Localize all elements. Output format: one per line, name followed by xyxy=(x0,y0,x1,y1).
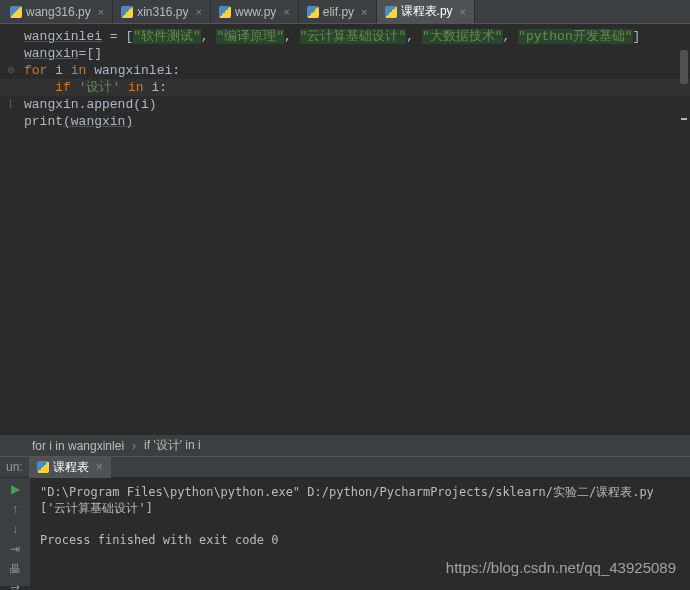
scroll-up-icon[interactable]: ↑ xyxy=(7,502,23,516)
tab-label: www.py xyxy=(235,5,276,19)
run-panel-header: un: 课程表 × xyxy=(0,456,690,478)
console-output[interactable]: "D:\Program Files\python\python.exe" D:/… xyxy=(30,478,690,586)
python-icon xyxy=(219,6,231,18)
soft-wrap-icon[interactable]: ⇥ xyxy=(7,542,23,556)
fold-end-icon[interactable]: ⌊ xyxy=(8,96,14,113)
tab-www[interactable]: www.py × xyxy=(211,0,299,23)
caret-marker xyxy=(681,118,687,120)
run-tab[interactable]: 课程表 × xyxy=(29,457,111,478)
python-icon xyxy=(307,6,319,18)
close-icon[interactable]: × xyxy=(283,6,289,18)
python-icon xyxy=(385,6,397,18)
scroll-down-icon[interactable]: ↓ xyxy=(7,522,23,536)
tab-label: 课程表.py xyxy=(401,3,453,20)
code-editor[interactable]: wangxinlei = ["软件测试", "编译原理", "云计算基础设计",… xyxy=(0,24,690,434)
close-icon[interactable]: × xyxy=(98,6,104,18)
scrollbar[interactable] xyxy=(680,50,688,330)
tab-xin316[interactable]: xin316.py × xyxy=(113,0,211,23)
tab-label: wang316.py xyxy=(26,5,91,19)
fold-icon[interactable]: ⊖ xyxy=(8,62,14,79)
code-line: if '设计' in i: xyxy=(0,79,690,96)
close-icon[interactable]: × xyxy=(460,6,466,18)
close-icon[interactable]: × xyxy=(96,460,103,474)
code-line: wangxin=[] xyxy=(24,45,682,62)
chevron-right-icon: › xyxy=(132,439,136,453)
run-label: un: xyxy=(6,460,23,474)
rerun-icon[interactable]: ▶ xyxy=(7,482,23,496)
tab-label: xin316.py xyxy=(137,5,188,19)
tab-elif[interactable]: elif.py × xyxy=(299,0,377,23)
tab-label: elif.py xyxy=(323,5,354,19)
tab-kebiao[interactable]: 课程表.py × xyxy=(377,0,475,23)
print-icon[interactable]: 🖶 xyxy=(7,562,23,576)
close-icon[interactable]: × xyxy=(361,6,367,18)
breadcrumb-item[interactable]: if '设计' in i xyxy=(144,437,201,454)
run-tab-label: 课程表 xyxy=(53,459,89,476)
close-icon[interactable]: × xyxy=(196,6,202,18)
python-icon xyxy=(121,6,133,18)
python-icon xyxy=(10,6,22,18)
breadcrumb: for i in wangxinlei › if '设计' in i xyxy=(0,434,690,456)
breadcrumb-item[interactable]: for i in wangxinlei xyxy=(32,439,124,453)
code-line: ⌊ wangxin.append(i) xyxy=(24,96,682,113)
tab-wang316[interactable]: wang316.py × xyxy=(2,0,113,23)
code-line: print(wangxin) xyxy=(24,113,682,130)
code-line: wangxinlei = ["软件测试", "编译原理", "云计算基础设计",… xyxy=(24,28,682,45)
python-icon xyxy=(37,461,49,473)
run-toolbar: ▶ ↑ ↓ ⇥ 🖶 ⇄ xyxy=(0,478,30,586)
code-line: ⊖ for i in wangxinlei: xyxy=(24,62,682,79)
editor-tabs: wang316.py × xin316.py × www.py × elif.p… xyxy=(0,0,690,24)
run-panel: ▶ ↑ ↓ ⇥ 🖶 ⇄ "D:\Program Files\python\pyt… xyxy=(0,478,690,586)
settings-icon[interactable]: ⇄ xyxy=(7,582,23,590)
